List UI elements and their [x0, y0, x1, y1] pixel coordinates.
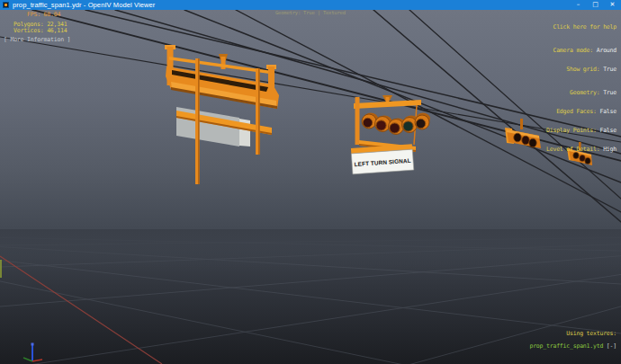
collapse-toggle[interactable]: [-] [607, 342, 616, 350]
left-turn-sign: LEFT TURN SIGNAL [351, 144, 414, 174]
help-link[interactable]: Click here for help [546, 24, 616, 31]
vertices-counter: Vertices: 46,114 [14, 28, 67, 34]
using-textures-label: Using textures: [566, 330, 616, 337]
show-grid-row: Show grid: True [546, 67, 616, 73]
texture-file-link[interactable]: prop_traffic_span1.ytd [-] [529, 342, 616, 350]
fps-counter: FPS: 60.04 [27, 12, 60, 18]
geometry-row: Geometry: True [546, 90, 616, 96]
window-title: prop_traffic_span1.ydr - OpenIV Model Vi… [13, 0, 155, 10]
textures-panel: Using textures: prop_traffic_span1.ytd [… [509, 324, 616, 356]
app-icon [3, 2, 9, 8]
camera-mode-row: Camera mode: Around [546, 48, 616, 54]
maximize-button[interactable]: □ [587, 0, 604, 10]
title-bar[interactable]: prop_traffic_span1.ydr - OpenIV Model Vi… [0, 0, 621, 10]
scene-3d: LEFT TURN SIGNAL [0, 10, 621, 364]
horizon-fade [0, 229, 621, 271]
more-information-link[interactable]: [ More Information ] [4, 37, 70, 43]
minimize-button[interactable]: – [570, 0, 587, 10]
openiv-model-viewer-window: prop_traffic_span1.ydr - OpenIV Model Vi… [0, 0, 621, 364]
window-controls: – □ ✕ [570, 0, 621, 10]
center-mode-overlay: Geometry: True | Textured [275, 10, 346, 16]
model-viewport[interactable]: LEFT TURN SIGNAL [0, 10, 621, 364]
render-options-panel: Click here for help Camera mode: Around … [546, 12, 616, 165]
level-of-detail-row: Level of Detail: High [546, 146, 616, 153]
display-points-row: Display Points: False [546, 128, 616, 134]
close-button[interactable]: ✕ [604, 0, 621, 10]
edged-faces-row: Edged Faces: False [546, 109, 616, 115]
